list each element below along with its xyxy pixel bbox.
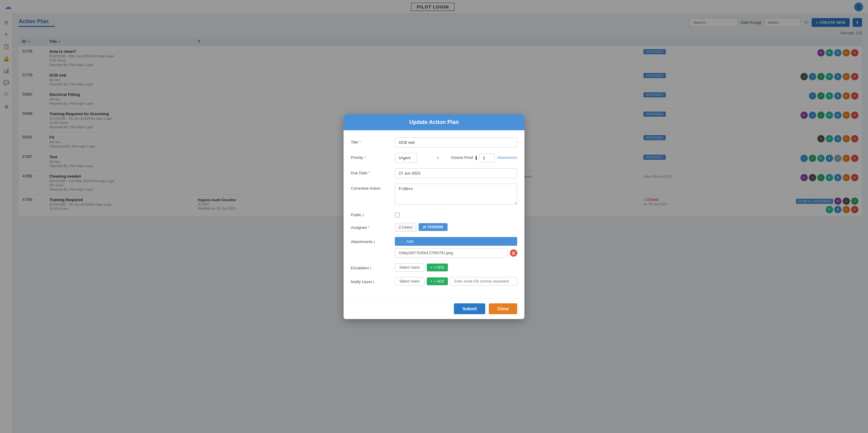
escalation-info-icon: ℹ — [370, 266, 371, 270]
assignee-controls: 2 Users ⇄ CHANGE — [395, 223, 447, 232]
paperclip-icon: 📎 — [400, 239, 404, 243]
users-badge: 2 Users — [395, 223, 416, 232]
closure-proof-label: Closure Proof — [451, 155, 473, 160]
update-action-plan-modal: Update Action Plan Title * Priority * — [344, 114, 524, 319]
notify-select-users-button[interactable]: Select Users — [395, 277, 424, 286]
attachments-link[interactable]: Attachments — [497, 155, 517, 160]
modal-title: Update Action Plan — [344, 114, 524, 130]
public-row: Public ℹ — [351, 210, 517, 218]
priority-row: Priority * Urgent High Medium Low Closur… — [351, 153, 517, 163]
due-date-row: Due Date * — [351, 168, 517, 178]
priority-label: Priority * — [351, 153, 390, 160]
closure-proof-info-icon: ℹ — [475, 155, 477, 161]
modal-body: Title * Priority * Urgent High Medium — [344, 130, 524, 298]
escalation-row: Escalation ℹ Select Users + + ADD — [351, 263, 517, 272]
due-date-label: Due Date * — [351, 168, 390, 175]
due-date-input[interactable] — [395, 168, 517, 178]
notify-users-label: Notify Users ℹ — [351, 277, 390, 284]
change-button[interactable]: ⇄ CHANGE — [418, 223, 447, 231]
closure-proof-input[interactable] — [479, 153, 495, 162]
title-label: Title * — [351, 138, 390, 144]
title-required: * — [359, 140, 361, 144]
priority-closure-row: Urgent High Medium Low Closure Proof ℹ A… — [395, 153, 517, 163]
closure-proof-group: Closure Proof ℹ Attachments — [451, 153, 517, 162]
due-date-required: * — [369, 171, 370, 175]
attachment-filename: Oditly1687764564.57985781.jpeg — [395, 248, 507, 258]
email-input[interactable] — [450, 277, 517, 286]
notify-add-button[interactable]: + + ADD — [427, 278, 448, 285]
delete-attachment-button[interactable]: 🗑 — [510, 249, 517, 257]
notify-controls: Select Users + + ADD — [395, 277, 517, 286]
attachments-row: Attachments ℹ 📎 Add Oditly1687764564.579… — [351, 237, 517, 258]
modal-footer: Submit Close — [344, 298, 524, 319]
title-row: Title * — [351, 138, 517, 147]
assignee-label: Assignee * — [351, 223, 390, 230]
attachments-info-icon: ℹ — [374, 240, 375, 243]
corrective-action-row: Corrective Action Fcbbvv — [351, 184, 517, 205]
corrective-action-textarea[interactable]: Fcbbvv — [395, 184, 517, 205]
change-icon: ⇄ — [423, 225, 426, 229]
notify-info-icon: ℹ — [373, 280, 374, 284]
corrective-action-label: Corrective Action — [351, 184, 390, 191]
plus-icon: + — [430, 265, 433, 269]
priority-required: * — [364, 155, 366, 160]
escalation-select-users-button[interactable]: Select Users — [395, 263, 424, 272]
assignee-required: * — [368, 225, 370, 230]
notify-users-row: Notify Users ℹ Select Users + + ADD — [351, 277, 517, 286]
public-info-icon: ℹ — [363, 213, 364, 217]
attachment-file-row: Oditly1687764564.57985781.jpeg 🗑 — [395, 248, 517, 258]
plus-icon: + — [430, 279, 433, 284]
submit-button[interactable]: Submit — [454, 304, 485, 314]
attachments-label: Attachments ℹ — [351, 237, 390, 244]
escalation-label: Escalation ℹ — [351, 263, 390, 270]
public-label: Public ℹ — [351, 210, 390, 217]
attachments-controls: 📎 Add Oditly1687764564.57985781.jpeg 🗑 — [395, 237, 517, 258]
close-button[interactable]: Close — [489, 304, 517, 314]
add-attachment-button[interactable]: 📎 Add — [395, 237, 517, 246]
public-checkbox[interactable] — [395, 212, 400, 218]
title-input[interactable] — [395, 138, 517, 147]
assignee-row: Assignee * 2 Users ⇄ CHANGE — [351, 223, 517, 232]
priority-select[interactable]: Urgent High Medium Low — [395, 153, 417, 163]
escalation-controls: Select Users + + ADD — [395, 263, 517, 272]
modal-overlay[interactable]: Update Action Plan Title * Priority * — [0, 0, 868, 433]
priority-select-wrapper: Urgent High Medium Low — [395, 153, 442, 163]
escalation-add-button[interactable]: + + ADD — [427, 263, 448, 271]
